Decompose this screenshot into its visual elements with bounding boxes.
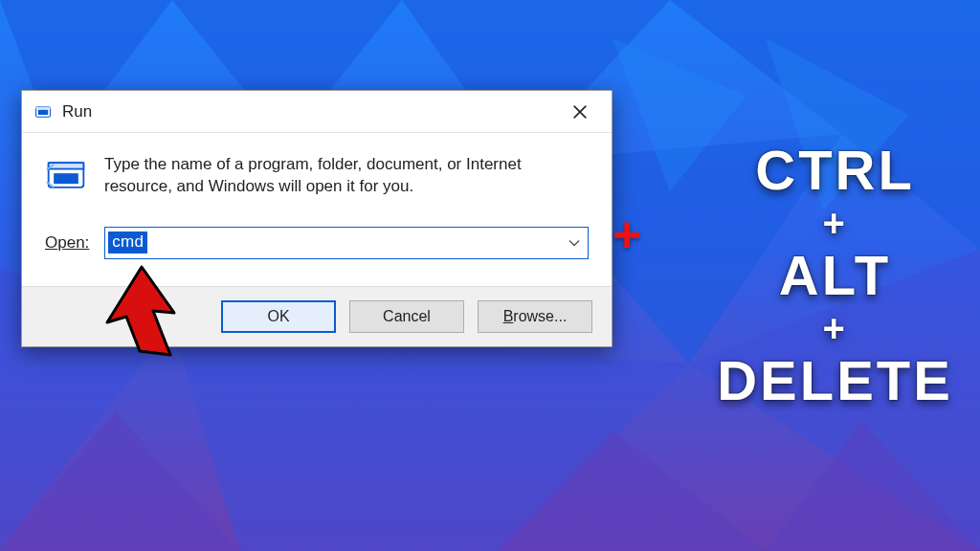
browse-button[interactable]: Browse... [478,300,592,333]
svg-rect-23 [49,163,84,168]
open-input-value[interactable]: cmd [108,231,147,253]
svg-rect-20 [38,109,49,114]
close-icon [573,105,587,119]
dialog-footer: OK Cancel Browse... [22,286,612,346]
key-combo-overlay: CTRL + ALT + DELETE [717,137,953,414]
plus-icon: + [612,209,641,259]
dialog-description: Type the name of a program, folder, docu… [104,154,589,198]
svg-rect-24 [54,173,78,184]
plus-sep-1: + [717,204,953,242]
ok-button[interactable]: OK [221,300,336,333]
svg-rect-21 [36,106,51,108]
browse-button-label-rest: rowse... [513,308,567,325]
key-delete: DELETE [717,353,953,408]
key-alt: ALT [717,248,953,303]
open-combobox[interactable]: cmd [104,227,589,259]
run-icon [45,154,87,196]
run-icon [33,102,53,121]
run-dialog: Run Type the name of a pro [21,90,612,347]
chevron-down-icon[interactable] [568,235,580,250]
close-button[interactable] [558,97,602,127]
dialog-body: Type the name of a program, folder, docu… [22,133,612,286]
cancel-button[interactable]: Cancel [349,300,464,333]
desktop-wallpaper: Run Type the name of a pro [0,0,980,551]
open-label: Open: [45,233,89,253]
plus-sep-2: + [717,309,953,347]
window-title: Run [62,102,558,121]
key-ctrl: CTRL [717,143,953,198]
titlebar[interactable]: Run [22,91,612,133]
